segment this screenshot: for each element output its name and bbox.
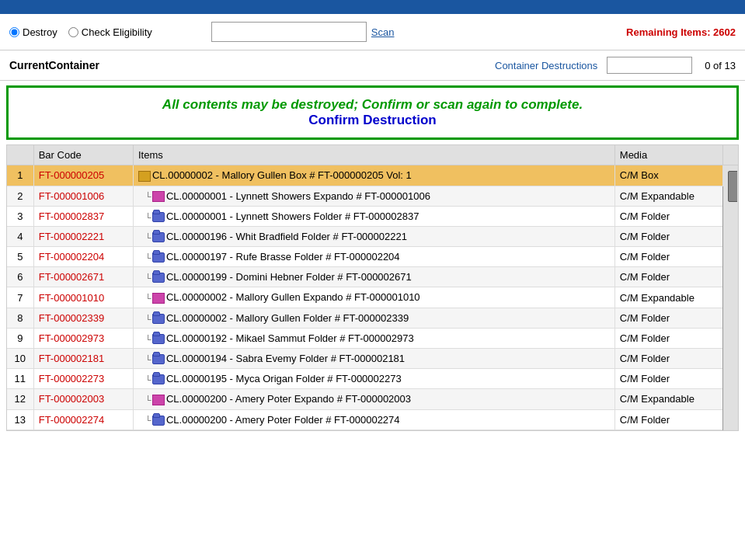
barcode-link[interactable]: FT-000002181 (39, 353, 105, 364)
item-text: CL.00000001 - Lynnett Showers Folder # F… (166, 210, 419, 222)
box-icon (138, 171, 151, 182)
row-barcode[interactable]: FT-000002181 (33, 349, 133, 369)
table-row: 7FT-000001010 └CL.00000002 - Mallory Gul… (7, 287, 738, 308)
table-header: Bar Code Items Media (7, 145, 738, 165)
radio-destroy[interactable]: Destroy (9, 26, 57, 38)
row-barcode[interactable]: FT-000002671 (33, 267, 133, 287)
row-num: 1 (7, 165, 33, 186)
row-media: C/M Folder (614, 207, 722, 227)
table-row: 1FT-000000205CL.00000002 - Mallory Gulle… (7, 165, 738, 186)
radio-check-input[interactable] (68, 27, 78, 37)
row-items: CL.00000002 - Mallory Gullen Box # FT-00… (133, 165, 614, 186)
barcode-link[interactable]: FT-000000205 (39, 169, 105, 181)
table-body: 1FT-000000205CL.00000002 - Mallory Gulle… (7, 165, 738, 430)
row-items: └CL.00000001 - Lynnett Showers Folder # … (133, 207, 614, 227)
row-num: 8 (7, 308, 33, 328)
scrollbar[interactable] (722, 165, 737, 430)
folder-icon (152, 252, 165, 263)
barcode-link[interactable]: FT-000002274 (39, 414, 105, 426)
scan-button[interactable]: Scan (371, 26, 395, 38)
indent-icon: └ (138, 253, 151, 263)
col-header-items: Items (133, 145, 614, 165)
folder-icon (152, 354, 165, 364)
row-items: └CL.00000194 - Sabra Evemy Folder # FT-0… (133, 349, 614, 369)
col-header-barcode: Bar Code (33, 145, 133, 165)
row-barcode[interactable]: FT-000002003 (33, 389, 133, 410)
indent-icon: └ (138, 355, 151, 364)
destruction-count: 0 of 13 (705, 60, 736, 71)
item-text: CL.00000002 - Mallory Gullen Expando # F… (166, 291, 420, 303)
item-text: CL.00000199 - Domini Hebner Folder # FT-… (166, 271, 412, 283)
barcode-link[interactable]: FT-000002204 (39, 251, 105, 263)
container-destructions-input[interactable] (607, 57, 692, 74)
row-barcode[interactable]: FT-000002837 (33, 207, 133, 227)
row-media: C/M Folder (614, 349, 722, 369)
row-items: └CL.00000195 - Myca Origan Folder # FT-0… (133, 369, 614, 389)
row-num: 12 (7, 389, 33, 410)
barcode-link[interactable]: FT-000002671 (39, 271, 105, 283)
col-header-scroll (722, 145, 737, 165)
barcode-link[interactable]: FT-000002837 (39, 210, 105, 222)
row-barcode[interactable]: FT-000001006 (33, 186, 133, 207)
table-row: 3FT-000002837 └CL.00000001 - Lynnett Sho… (7, 207, 738, 227)
scrollbar-thumb[interactable] (728, 171, 738, 202)
barcode-link[interactable]: FT-000002003 (39, 393, 105, 405)
indent-icon: └ (138, 375, 151, 384)
row-items: └CL.00000197 - Rufe Brasse Folder # FT-0… (133, 247, 614, 267)
table-row: 11FT-000002273 └CL.00000195 - Myca Origa… (7, 369, 738, 389)
expando-icon (152, 293, 165, 304)
row-num: 7 (7, 287, 33, 308)
row-num: 2 (7, 186, 33, 207)
table-row: 6FT-000002671 └CL.00000199 - Domini Hebn… (7, 267, 738, 287)
table-row: 10FT-000002181 └CL.00000194 - Sabra Evem… (7, 349, 738, 369)
row-barcode[interactable]: FT-000000205 (33, 165, 133, 186)
folder-icon (152, 334, 165, 344)
indent-icon: └ (138, 233, 151, 242)
folder-icon (152, 212, 165, 222)
row-num: 6 (7, 267, 33, 287)
radio-destroy-input[interactable] (9, 27, 19, 37)
item-text: CL.00000001 - Lynnett Showers Expando # … (166, 190, 430, 202)
table-row: 13FT-000002274 └CL.00000200 - Amery Pote… (7, 409, 738, 430)
row-num: 13 (7, 409, 33, 430)
barcode-link[interactable]: FT-000001010 (39, 292, 105, 304)
barcode-link[interactable]: FT-000002973 (39, 332, 105, 344)
scan-area: Scan (211, 22, 395, 42)
row-media: C/M Box (614, 165, 722, 186)
scan-input[interactable] (211, 22, 367, 42)
item-text: CL.00000196 - Whit Bradfield Folder # FT… (166, 231, 407, 242)
table-row: 5FT-000002204 └CL.00000197 - Rufe Brasse… (7, 247, 738, 267)
radio-check-eligibility[interactable]: Check Eligibility (68, 26, 152, 38)
barcode-link[interactable]: FT-000001006 (39, 190, 105, 202)
barcode-link[interactable]: FT-000002273 (39, 373, 105, 384)
row-media: C/M Folder (614, 409, 722, 430)
table-row: 4FT-000002221 └CL.00000196 - Whit Bradfi… (7, 227, 738, 247)
col-header-num (7, 145, 33, 165)
container-destructions-label: Container Destructions (495, 60, 597, 71)
indent-icon: └ (138, 395, 151, 405)
row-media: C/M Expandable (614, 389, 722, 410)
row-items: └CL.00000192 - Mikael Sammut Folder # FT… (133, 329, 614, 349)
row-barcode[interactable]: FT-000002273 (33, 369, 133, 389)
row-media: C/M Folder (614, 369, 722, 389)
current-container-label: CurrentContainer (9, 59, 99, 71)
row-media: C/M Folder (614, 308, 722, 328)
row-barcode[interactable]: FT-000002973 (33, 329, 133, 349)
barcode-link[interactable]: FT-000002221 (39, 231, 105, 242)
item-text: CL.00000200 - Amery Poter Folder # FT-00… (166, 414, 400, 426)
row-items: └CL.00000200 - Amery Poter Expando # FT-… (133, 389, 614, 410)
barcode-link[interactable]: FT-000002339 (39, 312, 105, 324)
alert-banner: All contents may be destroyed; Confirm o… (6, 85, 739, 140)
row-barcode[interactable]: FT-000002204 (33, 247, 133, 267)
table-row: 9FT-000002973 └CL.00000192 - Mikael Samm… (7, 329, 738, 349)
item-text: CL.00000002 - Mallory Gullen Folder # FT… (166, 312, 409, 324)
row-barcode[interactable]: FT-000002221 (33, 227, 133, 247)
row-barcode[interactable]: FT-000002274 (33, 409, 133, 430)
folder-icon (152, 416, 165, 426)
table-row: 8FT-000002339 └CL.00000002 - Mallory Gul… (7, 308, 738, 328)
folder-icon (152, 374, 165, 384)
row-media: C/M Folder (614, 227, 722, 247)
row-barcode[interactable]: FT-000002339 (33, 308, 133, 328)
row-barcode[interactable]: FT-000001010 (33, 287, 133, 308)
items-table: Bar Code Items Media 1FT-000000205CL.000… (7, 145, 738, 430)
